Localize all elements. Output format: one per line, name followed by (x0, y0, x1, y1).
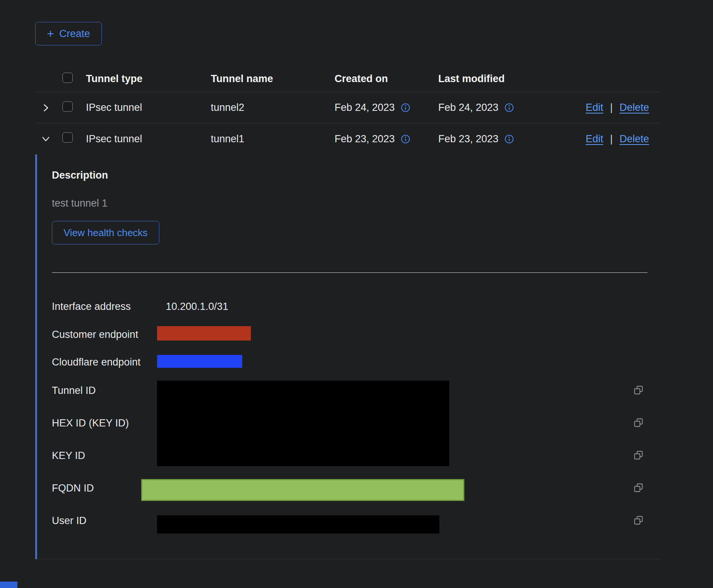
tunnel-type-cell: IPsec tunnel (86, 133, 211, 145)
tunnel-type-cell: IPsec tunnel (86, 102, 211, 114)
tunnels-table: Tunnel type Tunnel name Created on Last … (35, 66, 660, 559)
tunnel-detail-panel: Description test tunnel 1 View health ch… (35, 154, 660, 559)
tunnel-id-redacted-value (157, 381, 449, 466)
hex-id-label: HEX ID (KEY ID) (52, 417, 129, 429)
user-id-label: User ID (52, 515, 87, 526)
edit-link[interactable]: Edit (585, 102, 603, 114)
chevron-down-icon (41, 134, 50, 143)
edit-link[interactable]: Edit (585, 133, 603, 145)
created-on-cell: Feb 24, 2023 (335, 102, 395, 114)
info-icon[interactable] (504, 134, 514, 144)
collapse-row-button[interactable] (37, 131, 54, 147)
interface-address-value: 10.200.1.0/31 (166, 301, 228, 312)
cloudflare-endpoint-redacted-value (157, 355, 242, 368)
header-tunnel-name: Tunnel name (211, 73, 335, 85)
tunnel-fields: Interface address Customer endpoint Clou… (52, 273, 660, 559)
header-last-modified: Last modified (438, 73, 582, 85)
copy-tunnel-id-button[interactable] (632, 384, 645, 397)
create-button-label: Create (59, 28, 90, 40)
customer-endpoint-redacted-value (157, 326, 251, 341)
plus-icon: + (47, 28, 54, 40)
table-row: IPsec tunnel tunnel1 Feb 23, 2023 Feb 23… (35, 123, 660, 154)
expand-row-button[interactable] (37, 100, 54, 116)
cloudflare-endpoint-label: Cloudflare endpoint (52, 356, 140, 368)
copy-key-id-button[interactable] (632, 449, 645, 462)
interface-address-label: Interface address (52, 301, 131, 312)
customer-endpoint-label: Customer endpoint (52, 329, 138, 340)
fqdn-id-redacted-value (141, 479, 464, 501)
table-header-row: Tunnel type Tunnel name Created on Last … (35, 66, 660, 92)
key-id-label: KEY ID (52, 450, 85, 461)
action-separator: | (610, 102, 613, 114)
fqdn-id-label: FQDN ID (52, 482, 94, 494)
copy-icon (633, 450, 644, 460)
copy-icon (633, 385, 644, 395)
info-icon[interactable] (401, 134, 410, 144)
row-checkbox[interactable] (62, 132, 73, 143)
user-id-redacted-value (157, 515, 439, 534)
delete-link[interactable]: Delete (620, 133, 649, 145)
select-all-checkbox[interactable] (62, 73, 73, 83)
chevron-right-icon (41, 103, 50, 112)
last-modified-cell: Feb 23, 2023 (438, 133, 498, 145)
info-icon[interactable] (504, 103, 514, 112)
tunnel-name-cell: tunnel2 (211, 102, 335, 114)
last-modified-cell: Feb 24, 2023 (438, 102, 498, 114)
description-value: test tunnel 1 (52, 198, 660, 209)
copy-user-id-button[interactable] (632, 514, 645, 527)
info-icon[interactable] (401, 103, 410, 112)
table-row: IPsec tunnel tunnel2 Feb 24, 2023 Feb 24… (35, 92, 660, 123)
created-on-cell: Feb 23, 2023 (335, 133, 395, 145)
header-tunnel-type: Tunnel type (86, 73, 211, 85)
copy-icon (633, 482, 644, 493)
create-button[interactable]: + Create (35, 22, 102, 45)
copy-icon (633, 515, 644, 526)
description-label: Description (52, 170, 660, 181)
tunnel-id-label: Tunnel ID (52, 385, 96, 396)
horizontal-scrollbar-thumb[interactable] (0, 582, 17, 588)
tunnel-name-cell: tunnel1 (211, 133, 335, 145)
view-health-checks-button[interactable]: View health checks (52, 221, 159, 244)
header-created-on: Created on (335, 73, 438, 85)
copy-fqdn-id-button[interactable] (632, 481, 645, 494)
action-separator: | (610, 133, 613, 145)
copy-hex-id-button[interactable] (632, 416, 645, 429)
copy-icon (633, 417, 644, 428)
delete-link[interactable]: Delete (620, 102, 649, 114)
row-checkbox[interactable] (62, 101, 73, 112)
